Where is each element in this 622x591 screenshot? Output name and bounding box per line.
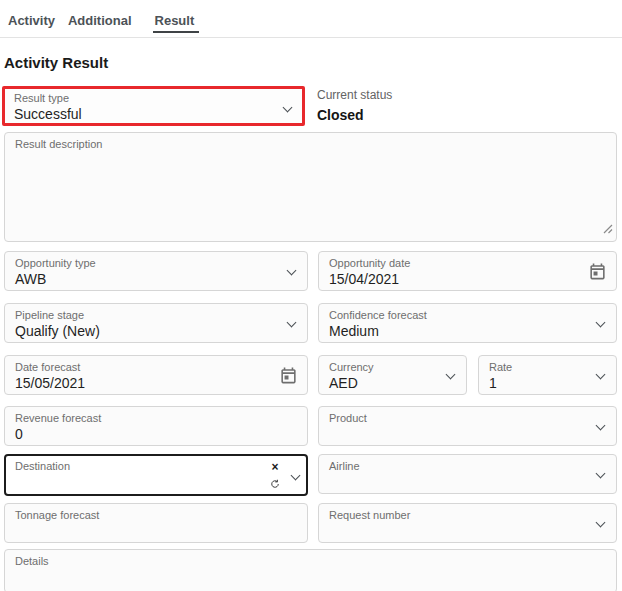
date-forecast-field[interactable]: Date forecast 15/05/2021 (4, 355, 308, 395)
result-description-textarea[interactable]: Result description (4, 132, 617, 242)
destination-label: Destination (15, 460, 280, 473)
confidence-forecast-value: Medium (329, 323, 590, 340)
result-description-label: Result description (15, 138, 590, 151)
chevron-down-icon (596, 318, 606, 328)
chevron-down-icon (596, 421, 606, 431)
chevron-down-icon (291, 471, 301, 481)
chevron-down-icon (596, 469, 606, 479)
opportunity-type-value: AWB (15, 271, 281, 288)
chevron-down-icon (446, 370, 456, 380)
details-label: Details (15, 555, 590, 568)
current-status: Current status Closed (317, 86, 392, 123)
tonnage-forecast-label: Tonnage forecast (15, 509, 281, 522)
tab-result[interactable]: Result (155, 13, 195, 37)
chevron-down-icon (287, 266, 297, 276)
opportunity-date-label: Opportunity date (329, 257, 590, 270)
product-select[interactable]: Product (318, 406, 617, 446)
details-input[interactable]: Details (4, 549, 617, 591)
chevron-down-icon (596, 370, 606, 380)
opportunity-date-field[interactable]: Opportunity date 15/04/2021 (318, 251, 617, 291)
calendar-icon[interactable] (279, 366, 298, 385)
chevron-down-icon (287, 318, 297, 328)
current-status-value: Closed (317, 107, 392, 123)
page-title: Activity Result (4, 54, 622, 72)
result-type-select[interactable]: Result type Successful (2, 86, 305, 126)
destination-combobox[interactable]: Destination × (4, 454, 308, 496)
activity-result-form: Result type Successful Current status Cl… (0, 86, 622, 591)
clear-icon[interactable]: × (271, 462, 278, 473)
chevron-down-icon (596, 518, 606, 528)
tab-additional[interactable]: Additional (68, 13, 132, 37)
request-number-label: Request number (329, 509, 590, 522)
revenue-forecast-value: 0 (15, 426, 281, 443)
chevron-down-icon (283, 103, 293, 113)
airline-select[interactable]: Airline (318, 454, 617, 494)
opportunity-type-select[interactable]: Opportunity type AWB (4, 251, 308, 291)
pipeline-stage-select[interactable]: Pipeline stage Qualify (New) (4, 303, 308, 343)
rate-select[interactable]: Rate 1 (478, 355, 617, 395)
current-status-label: Current status (317, 88, 392, 102)
destination-tools: × (268, 462, 282, 493)
opportunity-date-value: 15/04/2021 (329, 271, 590, 288)
currency-select[interactable]: Currency AED (318, 355, 467, 395)
pipeline-stage-value: Qualify (New) (15, 323, 281, 340)
confidence-forecast-label: Confidence forecast (329, 309, 590, 322)
pipeline-stage-label: Pipeline stage (15, 309, 281, 322)
confidence-forecast-select[interactable]: Confidence forecast Medium (318, 303, 617, 343)
revenue-forecast-input[interactable]: Revenue forecast 0 (4, 406, 308, 446)
revenue-forecast-label: Revenue forecast (15, 412, 281, 425)
calendar-icon[interactable] (588, 262, 607, 281)
rate-label: Rate (489, 361, 590, 374)
airline-label: Airline (329, 460, 590, 473)
currency-label: Currency (329, 361, 440, 374)
date-forecast-label: Date forecast (15, 361, 281, 374)
opportunity-type-label: Opportunity type (15, 257, 281, 270)
tonnage-forecast-input[interactable]: Tonnage forecast (4, 503, 308, 543)
result-type-value: Successful (14, 106, 276, 123)
tab-activity[interactable]: Activity (8, 13, 55, 37)
resize-grip-icon[interactable] (603, 220, 613, 238)
request-number-select[interactable]: Request number (318, 503, 617, 543)
result-type-label: Result type (14, 92, 276, 105)
refresh-icon[interactable] (270, 475, 280, 493)
date-forecast-value: 15/05/2021 (15, 375, 281, 392)
currency-value: AED (329, 375, 440, 392)
rate-value: 1 (489, 375, 590, 392)
product-label: Product (329, 412, 590, 425)
tab-bar: Activity Additional Result (0, 0, 622, 38)
